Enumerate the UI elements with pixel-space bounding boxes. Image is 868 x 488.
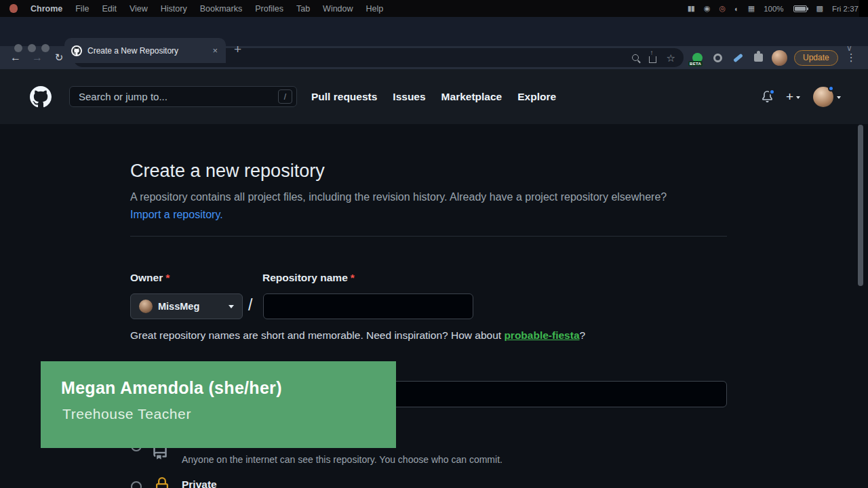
- avatar-notification-dot: [828, 85, 834, 92]
- menu-help[interactable]: Help: [366, 4, 384, 14]
- extensions-puzzle-icon[interactable]: [751, 49, 765, 66]
- github-search: /: [69, 86, 297, 107]
- new-tab-button[interactable]: +: [234, 42, 241, 57]
- camera-icon[interactable]: ◉: [704, 4, 710, 13]
- tab-title: Create a New Repository: [87, 46, 205, 56]
- app-status-icon[interactable]: ◎: [719, 4, 726, 13]
- nav-issues[interactable]: Issues: [393, 91, 425, 103]
- section-divider: [130, 236, 727, 237]
- window-zoom-button[interactable]: [41, 44, 50, 52]
- macos-menubar: Chrome File Edit View History Bookmarks …: [0, 0, 868, 17]
- public-option-description: Anyone on the internet can see this repo…: [182, 454, 502, 465]
- menubar-clock[interactable]: Fri 2:37: [832, 5, 859, 13]
- page-title: Create a new repository: [130, 161, 325, 182]
- intro-text: A repository contains all project files,…: [130, 188, 688, 224]
- search-input[interactable]: [69, 86, 297, 107]
- window-minimize-button[interactable]: [28, 44, 36, 52]
- forward-button[interactable]: →: [30, 52, 45, 64]
- repository-name-input[interactable]: [263, 293, 473, 319]
- github-header-actions: +: [762, 87, 841, 107]
- back-button[interactable]: ←: [8, 52, 23, 64]
- menubar-status-area: ▮▮ ◉ ◎ ◐ ▦ 100% ▩ Fri 2:37: [688, 4, 859, 13]
- zoom-icon[interactable]: [632, 54, 639, 61]
- chrome-update-button[interactable]: Update: [794, 50, 838, 66]
- window-close-button[interactable]: [14, 44, 22, 52]
- menu-file[interactable]: File: [75, 4, 89, 14]
- page-scrollbar[interactable]: [858, 125, 863, 286]
- nav-marketplace[interactable]: Marketplace: [441, 91, 502, 103]
- share-icon[interactable]: [649, 56, 656, 63]
- search-shortcut-hint: /: [278, 89, 292, 104]
- lock-icon: [154, 477, 170, 488]
- beta-badge: BETA: [688, 61, 703, 66]
- battery-icon: [793, 5, 807, 12]
- menu-edit[interactable]: Edit: [102, 4, 117, 14]
- gear-extension-icon[interactable]: [711, 49, 724, 66]
- browser-tab-strip: Create a New Repository × + ∨: [0, 17, 868, 46]
- chrome-profile-avatar[interactable]: [772, 50, 787, 66]
- plus-icon: +: [786, 90, 793, 103]
- nav-explore[interactable]: Explore: [517, 91, 556, 103]
- suggested-repo-name-link[interactable]: probable-fiesta: [504, 329, 579, 341]
- private-radio[interactable]: [131, 481, 142, 488]
- github-nav: Pull requests Issues Marketplace Explore: [311, 91, 556, 103]
- app-status2-icon[interactable]: ◐: [734, 5, 738, 13]
- owner-dropdown[interactable]: MissMeg: [130, 293, 243, 319]
- tab-close-icon[interactable]: ×: [211, 45, 219, 56]
- display-icon[interactable]: ▦: [748, 4, 754, 13]
- repo-name-helper: Great repository names are short and mem…: [130, 329, 585, 342]
- omnibox-actions: ☆: [632, 53, 675, 63]
- owner-repo-separator: /: [248, 296, 252, 314]
- create-new-button[interactable]: +: [786, 90, 800, 103]
- github-header: / Pull requests Issues Marketplace Explo…: [0, 69, 868, 124]
- bookmark-star-icon[interactable]: ☆: [667, 53, 675, 63]
- menu-profiles[interactable]: Profiles: [255, 4, 283, 14]
- chrome-menu-kebab-icon[interactable]: ⋮: [845, 52, 858, 64]
- screen: Chrome File Edit View History Bookmarks …: [0, 0, 868, 488]
- owner-avatar: [139, 300, 153, 313]
- private-option-label[interactable]: Private: [182, 479, 217, 488]
- tab-search-chevron-icon[interactable]: ∨: [846, 43, 852, 53]
- repository-name-label: Repository name*: [262, 272, 355, 284]
- nav-pull-requests[interactable]: Pull requests: [311, 91, 377, 103]
- menu-chrome[interactable]: Chrome: [31, 4, 62, 14]
- battery-percent: 100%: [764, 5, 783, 13]
- pen-extension-icon[interactable]: [731, 49, 745, 66]
- presenter-name: Megan Amendola (she/her): [61, 378, 396, 398]
- import-repository-link[interactable]: Import a repository.: [130, 209, 223, 220]
- menu-history[interactable]: History: [161, 4, 187, 14]
- chevron-down-icon: [837, 96, 841, 99]
- owner-label: Owner*: [130, 272, 170, 284]
- beta-extension-icon[interactable]: BETA: [690, 49, 704, 66]
- github-favicon: [71, 45, 82, 56]
- menu-bookmarks[interactable]: Bookmarks: [200, 4, 243, 14]
- menu-window[interactable]: Window: [323, 4, 353, 14]
- presenter-role: Treehouse Teacher: [62, 406, 396, 422]
- screen-record-icon[interactable]: ▮▮: [688, 4, 694, 13]
- spaces-icon[interactable]: ▩: [816, 4, 823, 13]
- github-logo-icon[interactable]: [30, 86, 52, 108]
- chevron-down-icon: [796, 96, 800, 99]
- owner-name: MissMeg: [158, 301, 199, 312]
- apple-menu-icon[interactable]: [9, 4, 18, 13]
- browser-tab[interactable]: Create a New Repository ×: [64, 38, 226, 63]
- screen-corner-patch: [859, 0, 868, 17]
- user-menu-button[interactable]: [813, 87, 841, 107]
- presenter-lower-third: Megan Amendola (she/her) Treehouse Teach…: [41, 361, 396, 448]
- notification-dot: [769, 89, 775, 95]
- chevron-down-icon: [229, 305, 234, 308]
- required-asterisk: *: [351, 272, 355, 283]
- required-asterisk: *: [165, 272, 170, 283]
- menu-view[interactable]: View: [130, 4, 148, 14]
- notifications-bell-icon[interactable]: [762, 91, 773, 102]
- menu-tab[interactable]: Tab: [296, 4, 310, 14]
